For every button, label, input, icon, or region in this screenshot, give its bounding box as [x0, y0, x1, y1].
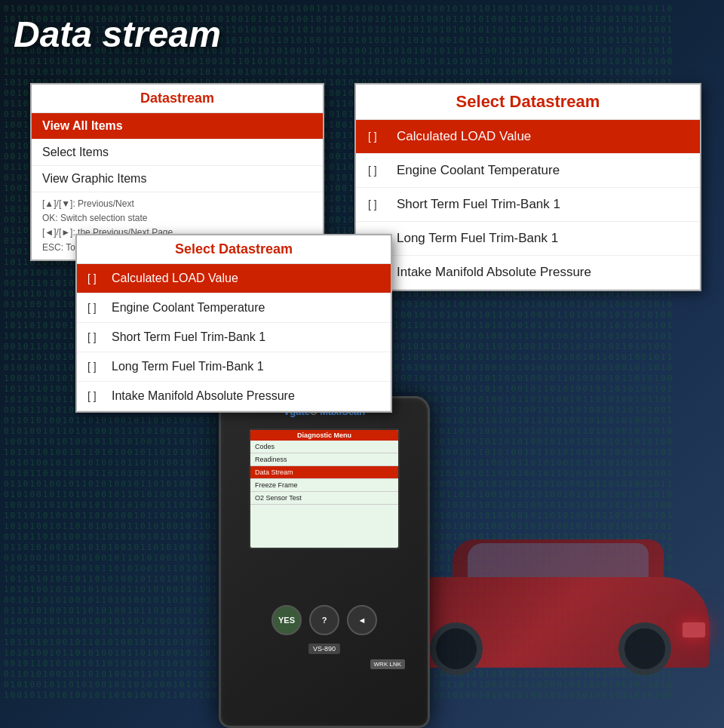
ds-label-left-2: Short Term Fuel Trim-Bank 1: [112, 330, 265, 344]
select-datastream-right-title: Select Datastream: [356, 84, 700, 120]
checkbox-0: [ ]: [87, 272, 104, 284]
page-title: Data stream: [14, 14, 221, 55]
datastream-menu-title: Datastream: [32, 84, 323, 113]
select-datastream-right-panel: Select Datastream [ ] Calculated LOAD Va…: [354, 83, 701, 291]
wrk-lnk-badge: WRK LNK: [370, 659, 405, 669]
ds-label-right-2: Short Term Fuel Trim-Bank 1: [397, 197, 560, 212]
checkbox-2: [ ]: [87, 331, 104, 343]
diag-data-stream[interactable]: Data Stream: [250, 466, 398, 479]
ds-label-left-0: Calculated LOAD Value: [112, 272, 238, 285]
hint-line-1: [▲]/[▼]: Previous/Next: [42, 197, 312, 211]
checkbox-3: [ ]: [87, 361, 104, 373]
ds-item-right-1[interactable]: [ ] Engine Coolant Temperature: [356, 154, 700, 188]
hint-line-2: OK: Switch selection state: [42, 211, 312, 226]
ds-item-right-2[interactable]: [ ] Short Term Fuel Trim-Bank 1: [356, 188, 700, 222]
ds-label-right-3: Long Term Fuel Trim-Bank 1: [397, 231, 558, 246]
help-button[interactable]: ?: [309, 605, 339, 635]
left-button[interactable]: ◄: [347, 605, 377, 635]
checkbox-1: [ ]: [87, 302, 104, 314]
ds-item-right-0[interactable]: [ ] Calculated LOAD Value: [356, 120, 700, 154]
scanner-screen: Diagnostic Menu Codes Readiness Data Str…: [249, 429, 400, 549]
button-row: YES ? ◄: [272, 605, 377, 635]
model-badge: VS-890: [308, 644, 340, 654]
r-checkbox-1: [ ]: [368, 164, 388, 177]
ds-label-right-0: Calculated LOAD Value: [397, 129, 531, 144]
diag-menu-title: Diagnostic Menu: [250, 430, 398, 441]
ds-item-left-1[interactable]: [ ] Engine Coolant Temperature: [77, 293, 391, 323]
checkbox-4: [ ]: [87, 390, 104, 402]
ds-label-left-3: Long Term Fuel Trim-Bank 1: [112, 360, 264, 373]
select-datastream-left-panel: Select Datastream [ ] Calculated LOAD Va…: [75, 234, 392, 413]
r-checkbox-0: [ ]: [368, 131, 388, 143]
diag-codes[interactable]: Codes: [250, 441, 398, 453]
ds-label-right-4: Intake Manifold Absolute Pressure: [397, 265, 591, 280]
ds-item-left-0[interactable]: [ ] Calculated LOAD Value: [77, 264, 391, 293]
scanner-device: Vgate® MaxiScan Diagnostic Menu Codes Re…: [136, 389, 513, 728]
ds-item-left-4[interactable]: [ ] Intake Manifold Absolute Pressure: [77, 382, 391, 411]
ds-item-left-3[interactable]: [ ] Long Term Fuel Trim-Bank 1: [77, 352, 391, 382]
ds-label-left-1: Engine Coolant Temperature: [112, 301, 265, 315]
ds-item-right-3[interactable]: [ ] Long Term Fuel Trim-Bank 1: [356, 222, 700, 256]
scanner-body: Vgate® MaxiScan Diagnostic Menu Codes Re…: [219, 396, 430, 728]
ds-item-right-4[interactable]: [ ] Intake Manifold Absolute Pressure: [356, 256, 700, 290]
diag-o2-sensor[interactable]: O2 Sensor Test: [250, 492, 398, 505]
ds-label-right-1: Engine Coolant Temperature: [397, 163, 560, 178]
select-datastream-left-title: Select Datastream: [77, 235, 391, 264]
menu-item-select[interactable]: Select Items: [32, 140, 323, 166]
yes-button[interactable]: YES: [272, 605, 302, 635]
diag-freeze-frame[interactable]: Freeze Frame: [250, 479, 398, 492]
ds-item-left-2[interactable]: [ ] Short Term Fuel Trim-Bank 1: [77, 323, 391, 352]
diag-readiness[interactable]: Readiness: [250, 453, 398, 466]
ds-label-left-4: Intake Manifold Absolute Pressure: [112, 389, 295, 403]
r-checkbox-2: [ ]: [368, 198, 388, 210]
menu-item-view-graphic[interactable]: View Graphic Items: [32, 166, 323, 192]
menu-item-view-all[interactable]: View All Items: [32, 113, 323, 140]
